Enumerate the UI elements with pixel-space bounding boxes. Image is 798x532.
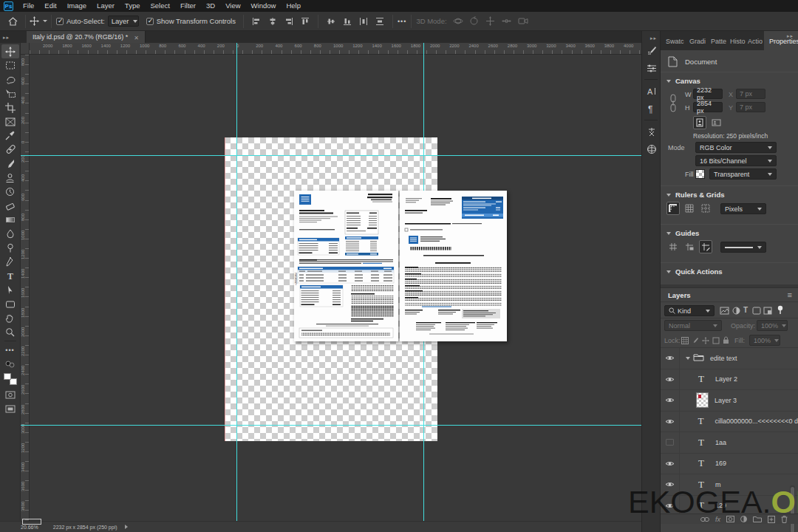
align-top-edges-icon[interactable]	[297, 14, 313, 29]
align-bottom-edges-icon[interactable]	[339, 14, 355, 29]
fill-swatch[interactable]	[695, 169, 705, 179]
layer-visibility-eye-icon[interactable]	[661, 348, 680, 369]
zoom-field-box[interactable]	[22, 519, 41, 525]
distribute-horizontal-icon[interactable]	[355, 14, 372, 29]
move-tool[interactable]	[1, 44, 19, 58]
paragraph-panel-icon[interactable]: ¶	[642, 100, 661, 117]
glyphs-panel-icon[interactable]	[642, 123, 661, 140]
fill-dropdown[interactable]: Transparent	[709, 168, 777, 180]
layer-row[interactable]: Tm	[661, 474, 798, 496]
brush-tool[interactable]	[1, 157, 19, 171]
layer-visibility-eye-icon[interactable]	[661, 496, 680, 516]
clone-stamp-tool[interactable]	[1, 171, 19, 185]
lasso-tool[interactable]	[1, 72, 19, 86]
gradient-tool[interactable]	[1, 213, 19, 227]
filter-adjustment-layers-icon[interactable]	[732, 307, 740, 316]
filter-smart-objects-icon[interactable]	[763, 307, 772, 316]
layer-name[interactable]: cilla0000000...<<<<<<<<0 d	[715, 417, 798, 425]
lock-transparency-icon[interactable]	[681, 337, 689, 346]
filter-type-layers-icon[interactable]: T	[743, 306, 748, 314]
collapse-toolbar-icon[interactable]: ▸▸	[3, 35, 10, 41]
distribute-vertical-icon[interactable]	[372, 14, 388, 29]
layer-visibility-eye-icon[interactable]	[661, 390, 680, 411]
character-panel-icon[interactable]: A	[642, 82, 661, 100]
zoom-level[interactable]: 20.66%	[21, 525, 38, 530]
canvas-section-header[interactable]: Canvas	[661, 72, 798, 88]
brushes-panel-icon[interactable]	[642, 41, 661, 59]
blur-tool[interactable]	[1, 227, 19, 241]
width-field[interactable]: 2232 px	[693, 89, 723, 99]
scrollbar-thumb[interactable]	[791, 487, 794, 532]
toggle-guides-button[interactable]	[666, 240, 680, 253]
canvas-viewport[interactable]: «20020204	[30, 55, 641, 521]
type-tool[interactable]: T	[1, 269, 19, 283]
align-vertical-centers-icon[interactable]	[323, 14, 339, 29]
layer-row[interactable]: Layer 3	[661, 390, 798, 412]
layer-name[interactable]: 129	[715, 502, 726, 509]
filter-shape-layers-icon[interactable]	[752, 307, 761, 316]
lock-all-icon[interactable]	[723, 336, 729, 346]
layer-mask-icon[interactable]	[726, 516, 734, 522]
menu-item-image[interactable]: Image	[62, 0, 92, 12]
guide-horizontal-2[interactable]	[30, 425, 641, 426]
history-brush-tool[interactable]	[1, 185, 19, 199]
portrait-orientation-button[interactable]	[693, 116, 706, 129]
home-icon[interactable]	[4, 14, 21, 29]
menu-item-help[interactable]: Help	[281, 0, 306, 12]
adjustment-layer-icon[interactable]	[740, 516, 747, 522]
quick-mask-fg-icon[interactable]	[1, 357, 19, 371]
toggle-grid-button[interactable]	[683, 202, 696, 215]
path-selection-tool[interactable]	[1, 283, 19, 297]
delete-layer-icon[interactable]	[781, 516, 788, 523]
menu-item-3d[interactable]: 3D	[201, 0, 220, 12]
filter-pixel-layers-icon[interactable]	[720, 307, 729, 316]
toggle-rulers-button[interactable]	[666, 202, 680, 215]
expand-panels-icon[interactable]: ▸▸	[650, 35, 657, 41]
align-left-edges-icon[interactable]	[248, 14, 265, 29]
menu-item-file[interactable]: File	[18, 0, 39, 12]
filter-pin-icon[interactable]	[777, 305, 784, 316]
layers-panel-header[interactable]: Layers ≡	[661, 287, 798, 302]
layers-scrollbar[interactable]	[790, 485, 795, 532]
mode-dropdown[interactable]: RGB Color	[695, 142, 777, 153]
layer-name[interactable]: 169	[715, 460, 726, 467]
layer-row[interactable]: T1aa	[661, 432, 798, 454]
document-tab[interactable]: Italy id.psd @ 20.7% (RGB/16) *	[27, 31, 146, 43]
panel-menu-icon[interactable]: ≡	[788, 290, 792, 299]
dodge-tool[interactable]	[1, 241, 19, 255]
status-arrow-icon[interactable]	[125, 525, 128, 529]
landscape-orientation-button[interactable]	[709, 116, 723, 129]
link-dimensions-icon[interactable]	[669, 94, 677, 113]
layer-name[interactable]: edite text	[710, 355, 737, 362]
object-selection-tool[interactable]	[1, 86, 19, 100]
hand-tool[interactable]	[1, 311, 19, 325]
menu-item-select[interactable]: Select	[145, 0, 174, 12]
panel-tab-histo[interactable]: Histo	[730, 38, 746, 45]
marquee-tool[interactable]	[1, 58, 19, 72]
zoom-tool[interactable]	[1, 325, 19, 339]
3d-panel-icon[interactable]	[642, 140, 661, 158]
layer-visibility-eye-icon[interactable]	[661, 474, 680, 495]
panel-tab-gradi[interactable]: Gradi	[689, 38, 706, 45]
lock-artboard-icon[interactable]	[712, 337, 720, 346]
menu-item-window[interactable]: Window	[246, 0, 282, 12]
guide-horizontal-1[interactable]	[30, 155, 641, 156]
crop-tool[interactable]	[1, 100, 19, 115]
layer-row[interactable]: T169	[661, 454, 798, 475]
link-layers-icon[interactable]	[700, 516, 709, 522]
show-transform-checkbox[interactable]	[146, 18, 154, 25]
layer-thumbnail[interactable]	[696, 392, 709, 408]
lock-guides-button[interactable]	[683, 240, 696, 253]
menu-item-layer[interactable]: Layer	[92, 0, 120, 12]
panel-tab-swatc[interactable]: Swatc	[666, 38, 684, 45]
eraser-tool[interactable]	[1, 199, 19, 213]
menu-item-filter[interactable]: Filter	[175, 0, 201, 12]
align-horizontal-centers-icon[interactable]	[265, 14, 281, 29]
layer-row[interactable]: TLayer 2	[661, 369, 798, 391]
layer-visibility-eye-icon[interactable]	[661, 454, 680, 474]
height-field[interactable]: 2854 px	[693, 102, 723, 112]
menu-item-view[interactable]: View	[220, 0, 245, 12]
layer-filter-kind-dropdown[interactable]: Kind	[664, 305, 715, 316]
guide-vertical-1[interactable]	[236, 55, 237, 521]
layer-name[interactable]: m	[715, 481, 721, 488]
